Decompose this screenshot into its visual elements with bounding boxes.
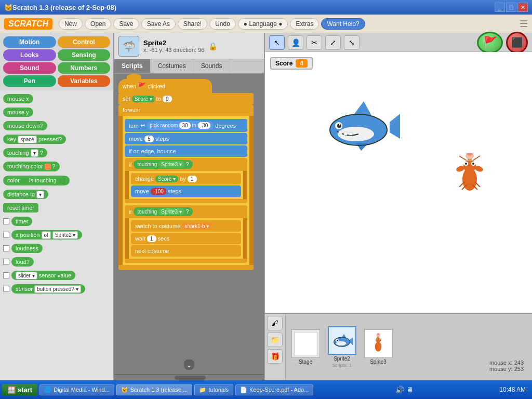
distance-dropdown[interactable]: ▾ [36,191,44,198]
paint-tool[interactable]: 🖌 [267,316,283,330]
scroll-down-btn[interactable]: ⌄ [184,360,194,370]
score-init-value[interactable]: 0 [163,96,172,102]
block-touching[interactable]: touching ▾ ? [3,148,110,157]
loudness-checkbox[interactable] [3,245,9,251]
maximize-button[interactable]: □ [506,3,516,12]
taskbar-item-2[interactable]: 🐱 Scratch 1.3 (release ... [116,384,193,395]
block-sensor[interactable]: sensor button pressed? ▾ [3,284,110,294]
close-button[interactable]: ✕ [517,3,528,12]
stop-button[interactable]: ⬛ [506,32,528,54]
block-mouse-y[interactable]: mouse y [3,108,110,117]
block-bounce[interactable]: if on edge, bounce [125,145,247,157]
block-change-score[interactable]: change Score ▾ by 1 [131,173,241,184]
block-reset-timer-pill[interactable]: reset timer [3,203,38,212]
slider-dropdown[interactable]: slider ▾ [16,272,37,280]
rand-to[interactable]: -30 [198,122,210,129]
block-if-2[interactable]: if touching Sprite3 ▾ ? [125,205,247,218]
block-color-touching[interactable]: color is touching [3,176,110,185]
category-numbers[interactable]: Numbers [58,62,111,74]
taskbar-item-4[interactable]: 📄 Keep-Score.pdf - Ado... [235,384,313,395]
stage-thumbnail[interactable]: Stage [290,329,321,365]
wait-secs[interactable]: 1 [147,235,156,242]
block-distance-to-pill[interactable]: distance to ▾ [3,190,48,199]
taskbar-item-1[interactable]: 🌐 Digital Media - Wind... [39,384,114,395]
sensor-dropdown[interactable]: button pressed? ▾ [34,285,81,293]
category-control[interactable]: Control [58,36,111,48]
move-neg-steps[interactable]: -100 [151,188,166,195]
block-x-position[interactable]: x position of Sprite2 ▾ [3,230,110,240]
block-reset-timer[interactable]: reset timer [3,203,110,212]
block-if-1[interactable]: if touching Sprite3 ▾ ? [125,158,247,171]
block-key-pressed-pill[interactable]: key space pressed? [3,135,66,144]
gift-tool[interactable]: 🎁 [267,349,283,364]
block-move-neg[interactable]: move -100 steps [131,185,241,197]
category-motion[interactable]: Motion [3,36,56,48]
go-button[interactable]: 🚩 [477,32,503,54]
block-mouse-x-pill[interactable]: mouse x [3,94,33,103]
block-move[interactable]: move 5 steps [125,133,247,144]
block-touching-color-pill[interactable]: touching color ? [3,162,60,171]
block-mouse-x[interactable]: mouse x [3,94,110,103]
tab-sounds[interactable]: Sounds [194,59,230,73]
category-looks[interactable]: Looks [3,49,56,61]
block-mouse-y-pill[interactable]: mouse y [3,108,33,117]
sprite3-thumbnail[interactable]: Sprite3 [363,329,394,365]
block-mouse-down-pill[interactable]: mouse down? [3,121,47,130]
sprite3-ref-2[interactable]: Sprite3 ▾ [158,208,184,215]
change-score-var[interactable]: Score ▾ [155,176,178,182]
shrink-tool[interactable]: ⤡ [344,35,360,50]
help-button[interactable]: Want Help? [321,18,365,30]
block-color-touching-pill[interactable]: color is touching [3,176,70,185]
cursor-tool[interactable]: ↖ [269,35,285,50]
taskbar-item-3[interactable]: 📁 tutorials [194,384,233,395]
save-as-button[interactable]: Save As [141,18,176,30]
horiz-scrollbar[interactable] [114,374,264,380]
category-pen[interactable]: Pen [3,75,56,87]
new-button[interactable]: New [59,18,83,30]
scroll-thumb[interactable] [175,376,206,380]
language-button[interactable]: ● Language ● [238,18,288,30]
category-sound[interactable]: Sound [3,62,56,74]
open-button[interactable]: Open [85,18,111,30]
block-loud-pill[interactable]: loud? [11,257,34,267]
block-loudness-pill[interactable]: loudness [11,244,43,253]
block-wait[interactable]: wait 1 secs [131,233,241,244]
block-x-position-pill[interactable]: x position of Sprite2 ▾ [11,230,82,240]
expand-tool[interactable]: ⤢ [325,35,341,50]
block-mouse-down[interactable]: mouse down? [3,121,110,130]
block-forever-header[interactable]: forever [118,104,254,116]
undo-button[interactable]: Undo [209,18,236,30]
block-slider-pill[interactable]: slider ▾ sensor value [11,271,75,280]
timer-checkbox[interactable] [3,218,9,224]
block-when-flag[interactable]: when 🚩 clicked [118,79,212,93]
lobster-sprite[interactable] [454,153,485,196]
save-button[interactable]: Save [113,18,139,30]
extras-button[interactable]: Extras [290,18,319,30]
block-slider[interactable]: slider ▾ sensor value [3,271,110,280]
score-var[interactable]: Score ▾ [132,96,155,102]
block-next-costume[interactable]: next costume [131,245,241,257]
share-button[interactable]: Share! [178,18,207,30]
block-touching-color[interactable]: touching color ? [3,162,110,171]
sprite3-ref-1[interactable]: Sprite3 ▾ [158,161,184,168]
category-variables[interactable]: Variables [58,75,111,87]
block-set-score[interactable]: set Score ▾ to 0 [118,93,254,104]
block-key-pressed[interactable]: key space pressed? [3,135,110,144]
folder-tool[interactable]: 📁 [267,332,283,347]
costume-name[interactable]: shark1-b ▾ [182,223,211,230]
change-amount[interactable]: 1 [188,176,197,182]
sensor-checkbox[interactable] [3,286,9,292]
copy-tool[interactable]: 👤 [288,35,303,50]
scissors-tool[interactable]: ✂ [307,35,322,50]
loud-checkbox[interactable] [3,259,9,265]
block-timer[interactable]: timer [3,217,110,226]
pick-random-block[interactable]: pick random 30 to -30 [147,121,214,130]
block-distance-to[interactable]: distance to ▾ [3,190,110,199]
block-turn[interactable]: turn ↩ pick random 30 to -30 degrees [125,119,247,132]
block-sensor-pill[interactable]: sensor button pressed? ▾ [11,284,85,294]
start-button[interactable]: 🪟 start [2,384,37,396]
script-canvas[interactable]: when 🚩 clicked set Score ▾ to 0 forever [114,74,264,374]
x-pos-sprite[interactable]: Sprite2 ▾ [52,231,78,239]
rand-from[interactable]: 30 [179,122,190,129]
shark-sprite[interactable] [317,94,400,157]
